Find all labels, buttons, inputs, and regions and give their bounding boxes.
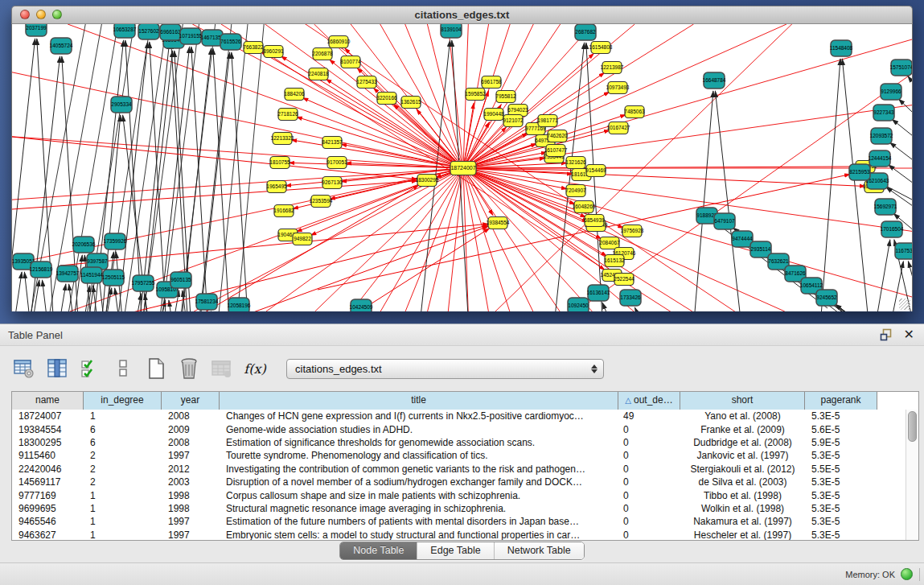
graph-node[interactable]: 8215953	[849, 164, 870, 180]
graph-node[interactable]: 15751074	[890, 60, 912, 76]
column-visibility-icon[interactable]	[46, 357, 68, 380]
unselect-all-icon[interactable]	[112, 357, 134, 380]
zoom-window-button[interactable]	[52, 10, 62, 19]
graph-node[interactable]: 1275433	[356, 76, 377, 89]
cell-short[interactable]: Wolkin et al. (1998)	[680, 503, 805, 514]
cell-year[interactable]: 2009	[162, 424, 220, 435]
graph-node[interactable]: 12444154	[869, 150, 892, 167]
tab-network-table[interactable]: Network Table	[494, 542, 584, 559]
cell-name[interactable]: 9115460	[12, 450, 84, 461]
column-header-pagerank[interactable]: pagerank	[805, 392, 877, 410]
cell-short[interactable]: Stergiakouli et al. (2012)	[680, 463, 805, 475]
cell-pagerank[interactable]: 5.3E-5	[805, 476, 877, 488]
graph-node[interactable]: 9267130	[322, 177, 343, 189]
graph-edge[interactable]	[51, 284, 66, 311]
table-scrollbar[interactable]	[906, 410, 918, 540]
graph-edge[interactable]	[155, 24, 201, 311]
graph-node[interactable]: 19384554	[487, 217, 510, 229]
graph-node[interactable]: 9245652	[816, 290, 837, 306]
memory-ok-icon[interactable]	[901, 568, 913, 580]
graph-node[interactable]: 10719155	[179, 28, 203, 44]
graph-edge[interactable]	[892, 119, 912, 149]
graph-node[interactable]: 10167427	[607, 122, 630, 134]
tab-node-table[interactable]: Node Table	[340, 542, 417, 559]
graph-node[interactable]: 9129966	[881, 84, 901, 100]
graph-node[interactable]: 8960291	[263, 46, 284, 58]
cell-year[interactable]: 2008	[162, 410, 220, 422]
graph-node[interactable]: 2037199	[26, 24, 47, 36]
cell-short[interactable]: Dudbridge et al. (2008)	[680, 437, 805, 448]
graph-node[interactable]: 1965495	[266, 181, 287, 193]
graph-node[interactable]: 1092450	[568, 298, 589, 311]
cell-pagerank[interactable]: 5.3E-5	[805, 450, 877, 461]
table-row[interactable]: 1872400712008Changes of HCN gene express…	[12, 410, 906, 422]
cell-name[interactable]: 9699695	[12, 503, 84, 514]
cell-year[interactable]: 1997	[162, 516, 220, 527]
cell-name[interactable]: 18724007	[12, 410, 84, 422]
cell-in_degree[interactable]: 1	[84, 490, 162, 501]
cell-title[interactable]: Structural magnetic resonance image aver…	[220, 503, 618, 514]
graph-edge[interactable]	[12, 137, 417, 179]
table-row[interactable]: 911546021997Tourette syndrome. Phenomeno…	[12, 449, 906, 462]
graph-edge[interactable]	[330, 60, 464, 168]
graph-node[interactable]: 16107477	[544, 145, 568, 157]
cell-short[interactable]: Hescheler et al. (1997)	[680, 529, 805, 540]
cell-title[interactable]: Estimation of significance thresholds fo…	[220, 437, 618, 448]
scrollbar-thumb[interactable]	[908, 411, 917, 442]
graph-edge[interactable]	[908, 76, 912, 104]
graph-node[interactable]: 1810755	[269, 157, 290, 169]
cell-out_degree[interactable]: 0	[618, 450, 680, 461]
graph-node[interactable]: 14055724	[50, 38, 73, 54]
graph-node[interactable]: 17359926	[104, 233, 127, 249]
graph-edge[interactable]	[127, 294, 142, 311]
graph-node[interactable]: 949822	[293, 233, 312, 245]
graph-node[interactable]: 1615132	[604, 255, 625, 267]
column-header-year[interactable]: year	[162, 392, 220, 410]
cell-out_degree[interactable]: 0	[618, 490, 680, 501]
cell-title[interactable]: Disruption of a novel member of a sodium…	[220, 476, 618, 488]
graph-edge[interactable]	[463, 168, 510, 311]
cell-out_degree[interactable]: 49	[618, 410, 680, 422]
graph-node[interactable]: 6854939	[584, 215, 605, 227]
graph-node[interactable]: 7955812	[495, 91, 516, 103]
cell-pagerank[interactable]: 5.3E-5	[805, 529, 877, 540]
table-row[interactable]: 946362711997Embryonic stem cells: a mode…	[12, 529, 906, 540]
cell-in_degree[interactable]: 2	[84, 476, 162, 488]
graph-node[interactable]: 12505115	[102, 270, 125, 286]
window-titlebar[interactable]: citations_edges.txt	[11, 6, 913, 24]
graph-node[interactable]: 1321626	[565, 157, 586, 169]
cell-in_degree[interactable]: 6	[84, 424, 162, 435]
graph-node[interactable]: 1884206	[284, 89, 305, 101]
graph-node[interactable]: 2522544	[614, 274, 634, 286]
graph-node[interactable]: 16860910	[327, 36, 351, 48]
graph-edge[interactable]	[183, 290, 193, 311]
graph-node[interactable]: 2206878	[312, 48, 333, 60]
graph-edge[interactable]	[463, 39, 912, 168]
cell-pagerank[interactable]: 5.5E-5	[805, 463, 877, 475]
graph-edge[interactable]	[463, 105, 912, 168]
cell-title[interactable]: Tourette syndrome. Phenomenology and cla…	[220, 450, 618, 461]
cell-year[interactable]: 2012	[162, 463, 220, 475]
graph-node[interactable]: 16648784	[703, 72, 726, 89]
cell-out_degree[interactable]: 0	[618, 476, 680, 488]
minimize-window-button[interactable]	[36, 10, 46, 19]
table-row[interactable]: 977716911998Corpus callosum shape and si…	[12, 488, 906, 501]
network-view-window[interactable]: citations_edges.txt 18724007161548081221…	[11, 6, 913, 311]
graph-node[interactable]: 7615526	[220, 34, 241, 50]
graph-node[interactable]: 16154808	[589, 42, 613, 54]
graph-node[interactable]: 8421357	[322, 137, 343, 149]
graph-node[interactable]: 9170051	[326, 157, 347, 169]
cell-short[interactable]: de Silva et al. (2003)	[680, 476, 805, 488]
cell-in_degree[interactable]: 1	[84, 529, 162, 540]
cell-out_degree[interactable]: 0	[618, 503, 680, 514]
graph-node[interactable]: 9154469	[585, 165, 606, 177]
cell-title[interactable]: Corpus callosum shape and size in male p…	[220, 490, 618, 501]
graph-node[interactable]: 9605135	[170, 272, 191, 288]
graph-node[interactable]: 1527602	[138, 24, 159, 39]
graph-node[interactable]: 7462620	[547, 130, 568, 142]
cell-pagerank[interactable]: 5.3E-5	[805, 410, 877, 422]
graph-node[interactable]: 10653287	[113, 24, 137, 38]
graph-edge[interactable]	[315, 168, 463, 311]
function-builder-icon[interactable]: f(x)	[244, 357, 266, 380]
graph-edge[interactable]	[213, 24, 249, 311]
